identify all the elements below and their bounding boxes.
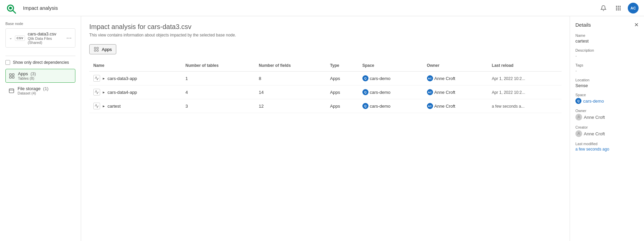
notifications-icon[interactable] xyxy=(598,3,609,14)
space-badge-label: cars-demo xyxy=(370,76,390,81)
row-name-text: cars-data4-app xyxy=(108,90,137,95)
detail-space-value[interactable]: Q cars-demo xyxy=(575,98,639,104)
details-panel: Details ✕ Name cartest Description - Tag… xyxy=(570,16,644,241)
apps-count: (3) xyxy=(30,71,36,76)
svg-rect-5 xyxy=(618,6,619,7)
svg-rect-12 xyxy=(620,9,621,10)
cell-last-reload: a few seconds a... xyxy=(488,99,562,113)
table-row[interactable]: ► cars-data4-app 4 14 Apps Q cars-demo A… xyxy=(89,85,562,99)
detail-last-modified-section: Last modified a few seconds ago xyxy=(575,142,639,152)
tree-item-apps[interactable]: Apps (3) Tables (8) xyxy=(5,69,75,83)
svg-rect-20 xyxy=(94,50,96,51)
owner-badge-icon: AC xyxy=(427,89,433,95)
space-badge-icon: Q xyxy=(362,75,368,81)
cell-owner: AC Anne Croft xyxy=(423,72,488,85)
expand-caret-icon[interactable]: ► xyxy=(102,104,105,108)
detail-description-section: Description - xyxy=(575,48,639,58)
show-deps-label: Show only direct dependencies xyxy=(13,60,69,65)
svg-point-23 xyxy=(578,116,579,117)
detail-description-label: Description xyxy=(575,48,639,52)
grid-icon[interactable] xyxy=(613,3,624,14)
show-deps-checkbox[interactable] xyxy=(5,60,10,65)
svg-rect-16 xyxy=(13,76,14,78)
space-badge-icon: Q xyxy=(362,89,368,95)
filestorage-tree-sub: Dataset (4) xyxy=(18,91,73,95)
detail-owner-value: Anne Croft xyxy=(575,114,639,121)
col-type: Type xyxy=(326,60,358,72)
more-options-icon[interactable]: ⋯ xyxy=(66,35,72,41)
app-title: Impact analysis xyxy=(23,5,58,11)
cell-name: ► cars-data3-app xyxy=(89,72,182,85)
left-sidebar: Base node ⌄ CSV cars-data3.csv Qlik Data… xyxy=(0,16,81,241)
cell-num-tables: 3 xyxy=(182,99,255,113)
owner-avatar-icon xyxy=(575,114,582,121)
col-last-reload: Last reload xyxy=(488,60,562,72)
cell-space: Q cars-demo xyxy=(358,85,423,99)
apps-tree-icon xyxy=(8,73,15,79)
cell-num-tables: 4 xyxy=(182,85,255,99)
main-content: Impact analysis for cars-data3.csv This … xyxy=(81,16,570,241)
svg-rect-11 xyxy=(618,9,619,10)
detail-tags-label: Tags xyxy=(575,63,639,67)
cell-type: Apps xyxy=(326,99,358,113)
space-badge-icon: Q xyxy=(362,103,368,109)
details-panel-header: Details ✕ xyxy=(575,22,639,28)
impact-table: Name Number of tables Number of fields T… xyxy=(89,60,562,113)
owner-badge-label: Anne Croft xyxy=(434,76,455,81)
base-node-location: Qlik Data Files (Shared) xyxy=(28,36,64,45)
filestorage-count: (1) xyxy=(43,86,49,91)
detail-description-value: - xyxy=(575,53,639,58)
owner-badge-icon: AC xyxy=(427,103,433,109)
owner-badge-label: Anne Croft xyxy=(434,90,455,95)
cell-owner: AC Anne Croft xyxy=(423,99,488,113)
user-avatar[interactable]: AC xyxy=(628,3,639,14)
apps-tab-button[interactable]: Apps xyxy=(89,44,116,54)
detail-creator-value: Anne Croft xyxy=(575,130,639,137)
base-node-filename: cars-data3.csv xyxy=(28,31,64,36)
cell-num-fields: 12 xyxy=(255,99,326,113)
svg-rect-10 xyxy=(616,9,617,10)
svg-rect-15 xyxy=(13,74,14,75)
detail-owner-section: Owner Anne Croft xyxy=(575,109,639,121)
expand-caret-icon[interactable]: ► xyxy=(102,77,105,80)
cell-space: Q cars-demo xyxy=(358,72,423,85)
cell-last-reload: Apr 1, 2022 10:2... xyxy=(488,85,562,99)
divider xyxy=(5,56,75,56)
col-num-fields: Number of fields xyxy=(255,60,326,72)
svg-rect-14 xyxy=(9,76,11,78)
detail-location-value: Sense xyxy=(575,83,639,88)
cell-num-fields: 14 xyxy=(255,85,326,99)
tree-item-filestorage[interactable]: File storage (1) Dataset (4) xyxy=(5,84,75,97)
cell-owner: AC Anne Croft xyxy=(423,85,488,99)
svg-rect-6 xyxy=(620,6,621,7)
cell-num-tables: 1 xyxy=(182,72,255,85)
creator-avatar-icon xyxy=(575,130,582,137)
cell-space: Q cars-demo xyxy=(358,99,423,113)
table-header-row: Name Number of tables Number of fields T… xyxy=(89,60,562,72)
svg-rect-13 xyxy=(9,74,11,75)
table-row[interactable]: ► cartest 3 12 Apps Q cars-demo AC Anne … xyxy=(89,99,562,113)
filestorage-tree-name: File storage (1) xyxy=(18,86,73,91)
detail-last-modified-label: Last modified xyxy=(575,142,639,146)
table-row[interactable]: ► cars-data3-app 1 8 Apps Q cars-demo AC… xyxy=(89,72,562,85)
owner-badge-icon: AC xyxy=(427,75,433,81)
svg-rect-8 xyxy=(618,7,619,8)
space-icon: Q xyxy=(575,98,581,104)
detail-location-label: Location xyxy=(575,78,639,82)
expand-caret-icon[interactable]: ► xyxy=(102,90,105,94)
chevron-icon[interactable]: ⌄ xyxy=(9,36,12,40)
space-badge-label: cars-demo xyxy=(370,104,390,109)
detail-name-value: cartest xyxy=(575,38,639,44)
svg-point-3 xyxy=(9,7,12,9)
svg-rect-22 xyxy=(97,50,98,51)
impact-description: This view contains information about obj… xyxy=(89,33,562,37)
topnav-right: AC xyxy=(598,3,639,14)
close-details-button[interactable]: ✕ xyxy=(634,22,639,28)
detail-name-label: Name xyxy=(575,33,639,37)
base-node-card: ⌄ CSV cars-data3.csv Qlik Data Files (Sh… xyxy=(5,28,75,48)
detail-name-section: Name cartest xyxy=(575,33,639,44)
svg-rect-9 xyxy=(620,7,621,8)
csv-icon: CSV xyxy=(15,35,25,41)
apps-tree-name: Apps (3) xyxy=(18,71,72,76)
owner-badge-label: Anne Croft xyxy=(434,104,455,109)
